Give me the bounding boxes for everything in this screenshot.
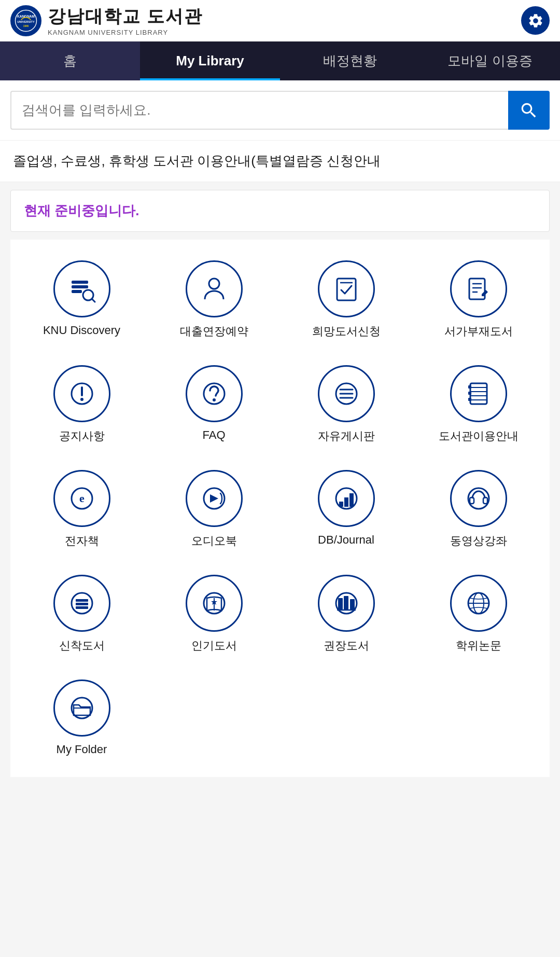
icon-popular-book[interactable]: 인기도서 bbox=[148, 564, 280, 664]
book-edit-icon bbox=[463, 273, 494, 304]
svg-rect-55 bbox=[350, 599, 355, 609]
svg-rect-6 bbox=[72, 285, 88, 288]
search-icon bbox=[519, 101, 539, 120]
svg-text:e: e bbox=[79, 492, 85, 505]
notice-banner[interactable]: 졸업생, 수료생, 휴학생 도서관 이용안내(특별열람증 신청안내 bbox=[0, 141, 560, 182]
folder-icon bbox=[66, 692, 97, 724]
header: KANGNAM UNIVERSITY 1946 강남대학교 도서관 KANGNA… bbox=[0, 0, 560, 41]
chart-icon bbox=[331, 483, 362, 514]
icon-label-board: 자유게시판 bbox=[318, 428, 375, 444]
search-button[interactable] bbox=[508, 91, 550, 130]
svg-rect-47 bbox=[76, 603, 88, 605]
logo-area: KANGNAM UNIVERSITY 1946 강남대학교 도서관 KANGNA… bbox=[10, 5, 203, 36]
globe-icon bbox=[463, 588, 494, 619]
svg-text:1946: 1946 bbox=[23, 25, 29, 27]
icon-label-db-journal: DB/Journal bbox=[318, 533, 374, 547]
icon-thesis[interactable]: 학위논문 bbox=[412, 564, 544, 664]
svg-text:KANGNAM: KANGNAM bbox=[17, 15, 35, 18]
stack-books-icon bbox=[66, 588, 97, 619]
books-shelf-icon bbox=[331, 588, 362, 619]
svg-rect-46 bbox=[76, 599, 88, 602]
icon-label-audiobook: 오디오북 bbox=[191, 533, 237, 549]
nav-my-library[interactable]: My Library bbox=[140, 41, 280, 80]
svg-rect-53 bbox=[338, 598, 343, 609]
logo-korean-text: 강남대학교 도서관 bbox=[48, 5, 203, 29]
icon-label-new-book: 신착도서 bbox=[59, 638, 105, 654]
question-icon bbox=[199, 378, 230, 409]
svg-rect-32 bbox=[468, 392, 471, 395]
icon-label-loan-extend: 대출연장예약 bbox=[180, 324, 248, 339]
icon-ebook[interactable]: e 전자책 bbox=[16, 460, 148, 559]
icon-knu-discovery[interactable]: KNU Discovery bbox=[16, 250, 148, 350]
icon-faq[interactable]: FAQ bbox=[148, 355, 280, 454]
icon-video-lecture[interactable]: 동영상강좌 bbox=[412, 460, 544, 559]
headphone-icon bbox=[463, 483, 494, 514]
svg-line-9 bbox=[92, 299, 95, 302]
nav-mobile[interactable]: 모바일 이용증 bbox=[420, 41, 560, 80]
gear-icon bbox=[527, 12, 544, 29]
svg-rect-54 bbox=[344, 596, 348, 609]
icon-loan-extend[interactable]: 대출연장예약 bbox=[148, 250, 280, 350]
icon-library-guide[interactable]: 도서관이용안내 bbox=[412, 355, 544, 454]
nav-home[interactable]: 홈 bbox=[0, 41, 140, 80]
svg-point-10 bbox=[209, 279, 219, 289]
svg-rect-39 bbox=[339, 502, 343, 507]
icon-label-video-lecture: 동영상강좌 bbox=[450, 533, 507, 549]
icon-wish-book[interactable]: 희망도서신청 bbox=[280, 250, 412, 350]
search-input[interactable] bbox=[10, 91, 508, 130]
svg-rect-33 bbox=[468, 398, 471, 401]
svg-marker-37 bbox=[210, 494, 218, 503]
logo-text: 강남대학교 도서관 KANGNAM UNIVERSITY LIBRARY bbox=[48, 5, 203, 36]
nav-schedule[interactable]: 배정현황 bbox=[280, 41, 420, 80]
icon-my-folder[interactable]: My Folder bbox=[16, 669, 148, 767]
icon-label-thesis: 학위논문 bbox=[456, 638, 501, 654]
icon-label-shelf-absent: 서가부재도서 bbox=[444, 324, 513, 339]
logo-english-text: KANGNAM UNIVERSITY LIBRARY bbox=[48, 29, 203, 36]
svg-text:UNIVERSITY: UNIVERSITY bbox=[17, 20, 35, 23]
prepare-notice: 현재 준비중입니다. bbox=[10, 190, 550, 232]
svg-rect-26 bbox=[470, 383, 487, 404]
icon-label-notice: 공지사항 bbox=[59, 428, 105, 444]
icon-label-wish-book: 희망도서신청 bbox=[312, 324, 381, 339]
search-area bbox=[0, 80, 560, 141]
ebook-icon: e bbox=[66, 483, 97, 514]
icon-audiobook[interactable]: 오디오북 bbox=[148, 460, 280, 559]
svg-rect-41 bbox=[349, 493, 354, 507]
icon-notice[interactable]: 공지사항 bbox=[16, 355, 148, 454]
svg-rect-7 bbox=[72, 290, 82, 293]
svg-rect-31 bbox=[468, 385, 471, 389]
notebook-icon bbox=[463, 378, 494, 409]
icon-db-journal[interactable]: DB/Journal bbox=[280, 460, 412, 559]
svg-rect-5 bbox=[72, 281, 88, 284]
icon-new-book[interactable]: 신착도서 bbox=[16, 564, 148, 664]
svg-rect-48 bbox=[76, 606, 88, 609]
open-book-star-icon bbox=[199, 588, 230, 619]
icon-label-ebook: 전자책 bbox=[65, 533, 99, 549]
icons-section: KNU Discovery 대출연장예약 희망도서신청 bbox=[10, 240, 550, 777]
prepare-text: 현재 준비중입니다. bbox=[24, 203, 139, 218]
icon-label-recommend-book: 권장도서 bbox=[324, 638, 369, 654]
svg-point-21 bbox=[213, 398, 216, 401]
icon-shelf-absent[interactable]: 서가부재도서 bbox=[412, 250, 544, 350]
svg-rect-40 bbox=[344, 497, 348, 507]
search-db-icon bbox=[66, 273, 97, 304]
icon-recommend-book[interactable]: 권장도서 bbox=[280, 564, 412, 664]
person-card-icon bbox=[199, 273, 230, 304]
icon-label-my-folder: My Folder bbox=[57, 743, 107, 756]
list-icon bbox=[331, 378, 362, 409]
main-navigation: 홈 My Library 배정현황 모바일 이용증 bbox=[0, 41, 560, 80]
audio-icon bbox=[199, 483, 230, 514]
university-logo: KANGNAM UNIVERSITY 1946 bbox=[10, 5, 41, 36]
icon-label-popular-book: 인기도서 bbox=[191, 638, 237, 654]
icon-board[interactable]: 자유게시판 bbox=[280, 355, 412, 454]
exclamation-icon bbox=[66, 378, 97, 409]
settings-button[interactable] bbox=[521, 6, 550, 35]
svg-point-19 bbox=[80, 398, 83, 401]
icon-label-faq: FAQ bbox=[202, 428, 225, 442]
icon-label-library-guide: 도서관이용안내 bbox=[439, 428, 519, 444]
svg-rect-11 bbox=[337, 279, 356, 300]
book-check-icon bbox=[331, 273, 362, 304]
icon-label-knu-discovery: KNU Discovery bbox=[43, 324, 120, 337]
icons-grid: KNU Discovery 대출연장예약 희망도서신청 bbox=[16, 250, 544, 767]
